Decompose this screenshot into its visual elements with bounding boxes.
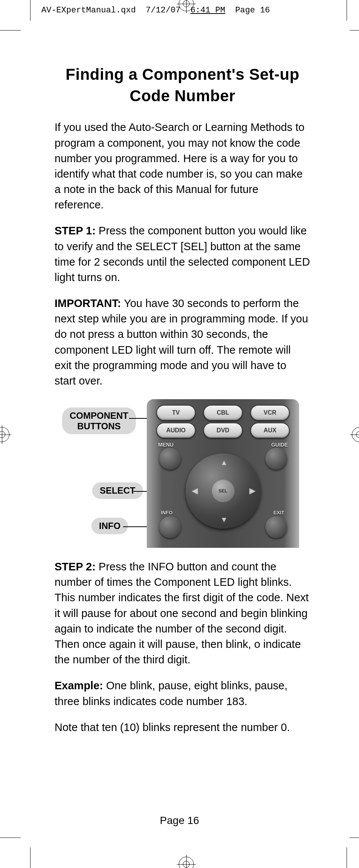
remote-label-info: INFO xyxy=(161,510,173,515)
filename: AV-EXpertManual.qxd xyxy=(41,6,136,15)
step-1-paragraph: STEP 1: Press the component button you w… xyxy=(55,223,310,285)
remote-btn-cbl: CBL xyxy=(203,405,243,421)
remote-body: TV CBL VCR AUDIO DVD AUX MENU GUIDE ▲ ▼ xyxy=(147,399,299,548)
remote-guide-btn xyxy=(265,448,287,470)
nav-left-icon: ◀ xyxy=(192,486,198,495)
remote-diagram: COMPONENTBUTTONS SELECT INFO TV CBL VCR … xyxy=(55,399,310,548)
crop-mark xyxy=(30,847,30,868)
important-label: IMPORTANT: xyxy=(55,297,121,309)
remote-exit-btn xyxy=(265,516,287,538)
registration-mark xyxy=(177,855,196,868)
crop-mark xyxy=(347,847,347,868)
page-number: Page 16 xyxy=(0,815,359,827)
remote-btn-dvd: DVD xyxy=(203,423,243,438)
important-text: You have 30 seconds to perform the next … xyxy=(55,297,308,387)
crop-mark xyxy=(30,0,30,21)
remote-nav-cluster: ▲ ▼ ◀ ▶ SEL INFO EXIT xyxy=(176,448,270,534)
callout-component-buttons: COMPONENTBUTTONS xyxy=(62,407,136,434)
remote-info-btn xyxy=(159,516,181,538)
remote-btn-tv: TV xyxy=(156,405,196,421)
remote-sel-btn: SEL xyxy=(212,480,234,502)
registration-mark xyxy=(350,425,359,444)
intro-paragraph: If you used the Auto-Search or Learning … xyxy=(55,120,310,213)
step-2-text: Press the INFO button and count the numb… xyxy=(55,561,309,666)
registration-mark xyxy=(0,425,11,444)
file-date: 7/12/07 xyxy=(146,6,180,15)
crop-mark xyxy=(347,0,347,21)
note-paragraph: Note that ten (10) blinks represent the … xyxy=(55,720,310,735)
remote-btn-vcr: VCR xyxy=(250,405,290,421)
remote-label-guide: GUIDE xyxy=(271,442,288,448)
step-2-label: STEP 2: xyxy=(55,561,96,573)
file-header: AV-EXpertManual.qxd 7/12/07 6:41 PM Page… xyxy=(41,6,270,15)
crop-mark xyxy=(0,30,21,30)
callout-info: INFO xyxy=(91,518,128,534)
remote-label-menu: MENU xyxy=(158,442,173,448)
remote-menu-btn xyxy=(159,448,181,470)
remote-btn-aux: AUX xyxy=(250,423,290,438)
nav-up-icon: ▲ xyxy=(221,458,228,467)
callout-select: SELECT xyxy=(92,482,143,499)
remote-label-exit: EXIT xyxy=(274,510,284,515)
remote-btn-audio: AUDIO xyxy=(156,423,196,438)
example-label: Example: xyxy=(55,680,103,692)
example-paragraph: Example: One blink, pause, eight blinks,… xyxy=(55,678,310,709)
file-time: 6:41 PM xyxy=(190,6,225,15)
nav-down-icon: ▼ xyxy=(221,515,228,524)
file-page: Page 16 xyxy=(235,6,270,15)
nav-right-icon: ▶ xyxy=(249,486,255,495)
important-paragraph: IMPORTANT: You have 30 seconds to perfor… xyxy=(55,296,310,389)
step-2-paragraph: STEP 2: Press the INFO button and count … xyxy=(55,559,310,667)
page-title: Finding a Component's Set-up Code Number xyxy=(55,64,310,106)
crop-mark xyxy=(350,30,359,30)
crop-mark xyxy=(0,838,21,838)
step-1-label: STEP 1: xyxy=(55,225,96,237)
crop-mark xyxy=(350,838,359,838)
